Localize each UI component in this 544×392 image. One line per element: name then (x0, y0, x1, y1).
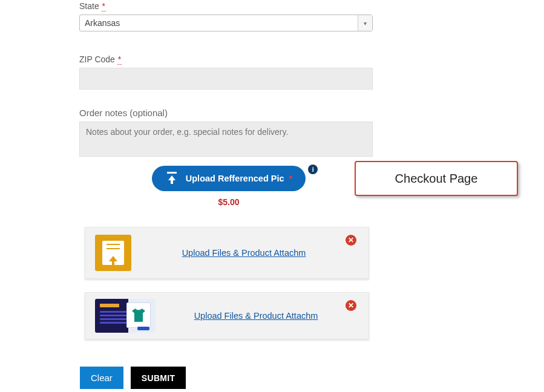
attachment-card: Upload Files & Product Attachm ✕ (85, 292, 369, 339)
callout-checkout-page: Checkout Page (355, 161, 518, 196)
required-mark: * (102, 1, 106, 11)
info-icon[interactable]: i (308, 165, 318, 174)
attachment-thumbnail (95, 235, 131, 271)
zip-label: ZIP Code * (79, 54, 373, 64)
zip-input[interactable] (79, 68, 373, 90)
upload-button-label: Upload Refferenced Pic (186, 174, 284, 183)
chevron-down-icon: ▾ (358, 15, 372, 31)
required-mark: * (289, 174, 293, 183)
required-mark: * (117, 54, 122, 65)
remove-attachment-button[interactable]: ✕ (346, 300, 356, 311)
upload-doc-icon (95, 235, 131, 271)
state-value: Arkansas (80, 18, 120, 28)
form-actions: Clear SUBMIT (80, 367, 186, 389)
checkout-form: State * Arkansas ▾ ZIP Code * Order note… (79, 0, 373, 159)
clear-button[interactable]: Clear (80, 367, 123, 389)
submit-button[interactable]: SUBMIT (131, 367, 186, 389)
attachment-thumbnail (95, 299, 156, 333)
attachment-link[interactable]: Upload Files & Product Attachm (168, 311, 369, 321)
state-select[interactable]: Arkansas ▾ (79, 15, 373, 31)
attachment-link[interactable]: Upload Files & Product Attachm (143, 248, 369, 258)
upload-icon (165, 172, 179, 185)
upload-referenced-pic-button[interactable]: Upload Refferenced Pic * i (152, 166, 306, 191)
attachment-card: Upload Files & Product Attachm ✕ (85, 227, 369, 279)
remove-attachment-button[interactable]: ✕ (346, 235, 356, 246)
state-label: State * (79, 1, 373, 11)
order-notes-input[interactable] (79, 122, 373, 157)
product-preview-icon (95, 299, 156, 333)
upload-price: $5.00 (150, 197, 307, 207)
order-notes-label: Order notes (optional) (79, 108, 373, 118)
upload-section: Upload Refferenced Pic * i $5.00 (150, 166, 307, 207)
